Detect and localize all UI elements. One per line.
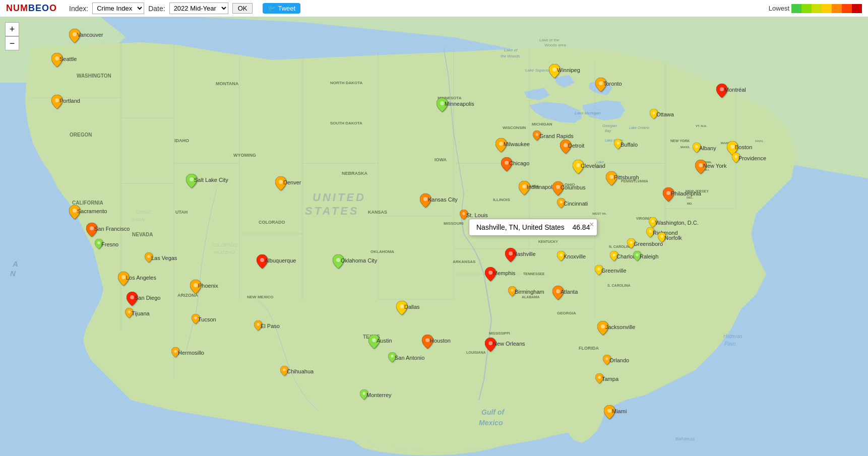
map-pin-washington-dc[interactable] — [649, 217, 657, 229]
index-select[interactable]: Crime Index Safety Index — [92, 3, 144, 14]
svg-text:STATES: STATES — [305, 205, 359, 217]
map-pin-sacramento[interactable] — [69, 205, 80, 221]
map-pin-pittsburgh[interactable] — [606, 171, 617, 187]
map-pin-los-angeles[interactable] — [118, 272, 129, 288]
legend-seg-7 — [852, 4, 862, 13]
map-pin-orlando[interactable] — [603, 355, 611, 366]
svg-text:Woods area: Woods area — [544, 43, 567, 47]
map-pin-austin[interactable] — [368, 335, 380, 351]
svg-point-108 — [190, 177, 194, 181]
map-pin-tijuana[interactable] — [125, 308, 133, 319]
zoom-in-button[interactable]: + — [5, 22, 19, 36]
map-pin-denver[interactable] — [275, 176, 286, 192]
map-pin-new-york[interactable] — [695, 160, 706, 176]
map-pin-grand-rapids[interactable] — [533, 131, 541, 142]
map-pin-toronto[interactable] — [595, 78, 606, 94]
svg-point-134 — [488, 341, 492, 345]
map-pin-seattle[interactable] — [51, 53, 63, 69]
map-pin-raleigh[interactable] — [633, 251, 641, 263]
map-pin-dallas[interactable] — [396, 301, 407, 317]
svg-text:ALABAMA: ALABAMA — [522, 295, 539, 299]
svg-text:KENTUCKY: KENTUCKY — [538, 240, 558, 243]
map-pin-philadelphia[interactable] — [663, 187, 674, 204]
svg-point-159 — [174, 350, 177, 353]
map-pin-oklahoma-city[interactable] — [333, 254, 344, 271]
map-pin-columbus[interactable] — [552, 181, 564, 198]
map-pin-ottawa[interactable] — [650, 109, 658, 120]
map-pin-charlotte[interactable] — [610, 251, 618, 263]
map-pin-birmingham[interactable] — [508, 286, 516, 298]
svg-point-121 — [499, 142, 503, 146]
map-pin-atlanta[interactable] — [552, 286, 564, 302]
map-pin-new-orleans[interactable] — [485, 338, 496, 354]
map-pin-chicago[interactable] — [501, 157, 512, 173]
svg-text:the Woods: the Woods — [501, 54, 520, 58]
map-pin-hermosillo[interactable] — [171, 347, 179, 359]
map-pin-houston[interactable] — [422, 335, 433, 351]
map-pin-winnipeg[interactable] — [549, 64, 560, 80]
map-pin-milwaukee[interactable] — [495, 138, 507, 154]
map-pin-las-vegas[interactable] — [145, 252, 153, 264]
svg-point-147 — [695, 145, 698, 148]
map-pin-miami[interactable] — [604, 405, 615, 421]
svg-point-129 — [616, 142, 619, 145]
svg-text:A: A — [12, 259, 18, 268]
map-pin-albuquerque[interactable] — [257, 254, 268, 271]
map-pin-chihuahua[interactable] — [280, 366, 288, 377]
map-pin-montreal[interactable] — [716, 84, 727, 100]
map-pin-greensboro[interactable] — [627, 238, 635, 250]
svg-point-125 — [564, 143, 568, 147]
map-container[interactable]: GREAT BASIN COLORADO PLATEAU UNITED STAT… — [0, 17, 868, 456]
map-pin-albany[interactable] — [693, 143, 701, 154]
map-pin-greenville[interactable] — [595, 265, 603, 277]
svg-text:KANSAS: KANSAS — [368, 210, 387, 215]
zoom-out-button[interactable]: − — [5, 36, 19, 50]
map-pin-norfolk[interactable] — [658, 232, 666, 244]
map-pin-san-antonio[interactable] — [388, 352, 396, 364]
tweet-button[interactable]: 🐦 Tweet — [263, 3, 300, 14]
map-pin-cleveland[interactable] — [573, 160, 584, 176]
svg-text:OKLAHOMA: OKLAHOMA — [370, 249, 394, 254]
svg-point-102 — [73, 209, 77, 213]
svg-point-131 — [488, 271, 492, 275]
map-pin-san-francisco[interactable] — [86, 223, 97, 239]
map-pin-indianapolis[interactable] — [519, 181, 530, 197]
svg-text:Plain: Plain — [724, 341, 736, 347]
map-pin-monterrey[interactable] — [360, 389, 368, 401]
map-pin-providence[interactable] — [732, 153, 740, 164]
svg-text:SOUTH DAKOTA: SOUTH DAKOTA — [330, 121, 362, 125]
svg-point-143 — [666, 191, 670, 195]
map-pin-knoxville[interactable] — [557, 251, 565, 263]
date-select[interactable]: 2022 Mid-Year 2022 Year-End 2021 Mid-Yea… — [169, 3, 228, 14]
twitter-icon: 🐦 — [268, 5, 276, 12]
svg-point-152 — [73, 32, 77, 36]
map-pin-richmond[interactable] — [646, 227, 654, 239]
map-pin-cincinnati[interactable] — [557, 198, 565, 210]
map-pin-memphis[interactable] — [485, 267, 496, 283]
map-pin-detroit[interactable] — [560, 140, 571, 156]
map-pin-minneapolis[interactable] — [437, 98, 448, 114]
map-pin-jacksonville[interactable] — [597, 321, 608, 337]
map-pin-kansas-city[interactable] — [420, 193, 431, 210]
svg-text:Erie: Erie — [596, 165, 603, 169]
map-pin-nashville[interactable] — [505, 248, 516, 264]
map-pin-buffalo[interactable] — [614, 139, 622, 151]
map-pin-tampa[interactable] — [595, 373, 603, 385]
map-pin-tucson[interactable] — [192, 314, 200, 325]
svg-text:MD.: MD. — [687, 202, 693, 205]
map-pin-el-paso[interactable] — [254, 320, 262, 332]
map-pin-vancouver[interactable] — [69, 29, 80, 45]
legend-seg-1 — [791, 4, 801, 13]
map-pin-salt-lake-city[interactable] — [186, 174, 197, 190]
svg-text:GREAT: GREAT — [136, 210, 152, 215]
map-pin-phoenix[interactable] — [190, 280, 201, 296]
map-pin-san-diego[interactable] — [127, 292, 138, 308]
ok-button[interactable]: OK — [232, 3, 253, 14]
map-pin-fresno[interactable] — [95, 239, 103, 250]
svg-text:FLORIDA: FLORIDA — [579, 346, 599, 351]
svg-point-99 — [55, 56, 59, 60]
svg-point-103 — [121, 275, 126, 279]
map-pin-portland[interactable] — [51, 95, 63, 111]
svg-point-158 — [128, 310, 131, 313]
map-pin-st-louis[interactable] — [460, 210, 468, 221]
